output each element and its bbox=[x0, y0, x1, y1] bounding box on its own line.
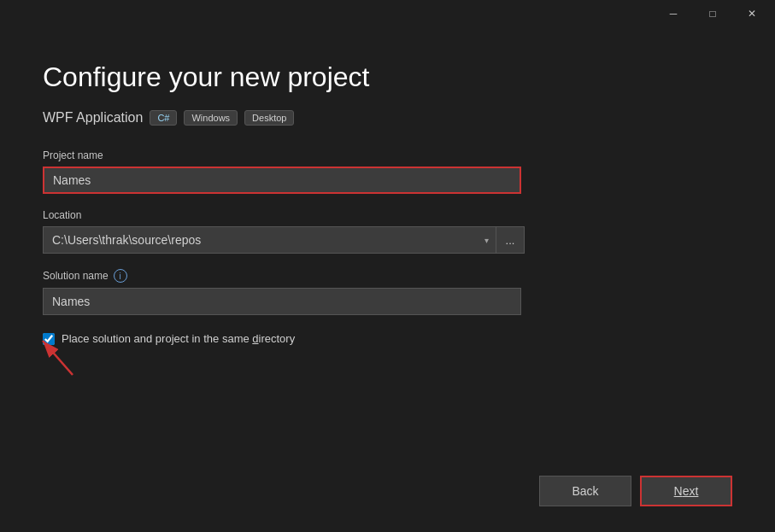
project-name-input[interactable] bbox=[43, 167, 521, 194]
page-title: Configure your new project bbox=[43, 61, 732, 93]
next-rest: ext bbox=[683, 484, 699, 498]
location-row: C:\Users\thrak\source\repos ▾ ... bbox=[43, 226, 732, 254]
svg-line-1 bbox=[43, 341, 73, 375]
solution-name-label: Solution name bbox=[43, 270, 109, 282]
annotation-arrow bbox=[30, 328, 98, 379]
form-section: Project name Location C:\Users\thrak\sou… bbox=[43, 149, 732, 459]
close-button[interactable]: ✕ bbox=[732, 0, 772, 27]
browse-button[interactable]: ... bbox=[496, 226, 525, 254]
location-label: Location bbox=[43, 209, 732, 221]
project-name-label: Project name bbox=[43, 149, 732, 161]
checkbox-row: Place solution and project in the same d… bbox=[43, 332, 732, 345]
solution-label-row: Solution name i bbox=[43, 269, 732, 283]
app-type-label: WPF Application bbox=[43, 110, 143, 126]
project-name-group: Project name bbox=[43, 149, 732, 194]
location-select[interactable]: C:\Users\thrak\source\repos bbox=[43, 226, 496, 254]
bottom-bar: Back Next bbox=[43, 459, 732, 506]
minimize-button[interactable]: ─ bbox=[654, 0, 693, 27]
location-group: Location C:\Users\thrak\source\repos ▾ .… bbox=[43, 209, 732, 254]
next-button[interactable]: Next bbox=[640, 476, 732, 506]
underline-d: d bbox=[252, 332, 258, 345]
subtitle-row: WPF Application C# Windows Desktop bbox=[43, 110, 732, 126]
maximize-button[interactable]: □ bbox=[693, 0, 732, 27]
badge-desktop: Desktop bbox=[244, 110, 294, 126]
location-select-wrapper: C:\Users\thrak\source\repos ▾ bbox=[43, 226, 496, 254]
main-content: Configure your new project WPF Applicati… bbox=[0, 27, 775, 532]
solution-name-group: Solution name i bbox=[43, 269, 732, 315]
badge-csharp: C# bbox=[150, 110, 177, 126]
solution-name-input[interactable] bbox=[43, 288, 521, 315]
title-bar: ─ □ ✕ bbox=[654, 0, 775, 27]
next-underline: N bbox=[674, 484, 683, 498]
back-button[interactable]: Back bbox=[539, 476, 631, 506]
info-icon[interactable]: i bbox=[114, 269, 127, 283]
badge-windows: Windows bbox=[184, 110, 238, 126]
